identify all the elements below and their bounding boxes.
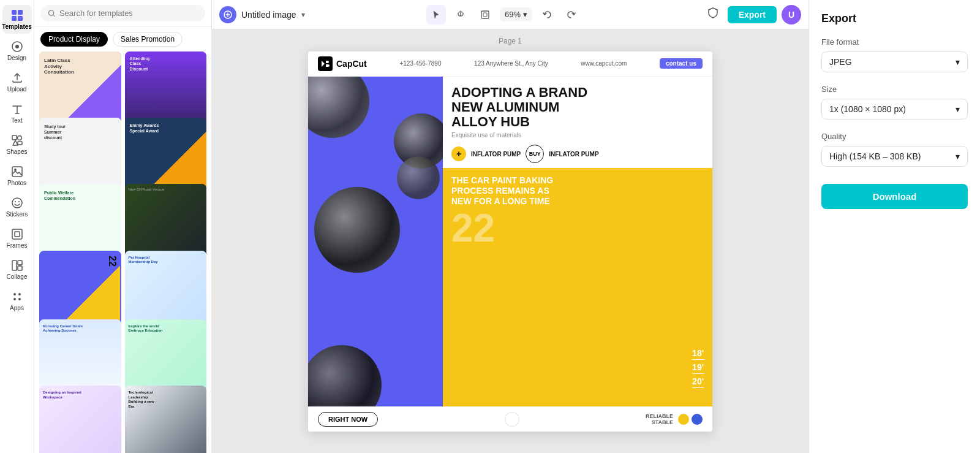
svg-rect-18 [18, 266, 22, 270]
file-format-label: File format [821, 37, 968, 47]
file-format-select[interactable]: JPEG ▾ [821, 51, 968, 72]
topbar: Untitled image ▾ 69% [212, 0, 809, 29]
svg-point-20 [18, 293, 21, 295]
canvas-content: CapCut +123-456-7890 123 Anywhere St., A… [308, 51, 712, 432]
design-header: CapCut +123-456-7890 123 Anywhere St., A… [308, 51, 712, 77]
photos-icon [10, 165, 24, 178]
sidebar-item-label: Frames [7, 242, 28, 249]
svg-rect-16 [12, 261, 17, 270]
reliable-section: RELIABLE STABLE [646, 413, 703, 425]
size-20: 20' [692, 376, 704, 388]
svg-rect-15 [15, 232, 20, 237]
wheel-bottom [308, 345, 382, 406]
sidebar-item-text[interactable]: Text [2, 99, 32, 128]
topbar-right: Export U [703, 5, 801, 25]
sidebar-item-design[interactable]: Design [2, 36, 32, 65]
svg-rect-25 [481, 11, 489, 18]
sidebar-item-label: Shapes [7, 148, 28, 155]
full-strength-label: FULL STRENGTH [439, 77, 443, 406]
sidebar-item-label: Text [11, 117, 22, 124]
sidebar-item-shapes[interactable]: Shapes [2, 130, 32, 159]
select-tool-button[interactable] [426, 5, 446, 25]
export-title: Export [821, 12, 968, 25]
redo-button[interactable] [562, 5, 581, 25]
frames-icon [10, 227, 24, 241]
file-format-field: File format JPEG ▾ [821, 37, 968, 72]
canvas-area: Page 1 CapCut +123-456-7890 123 Anywhere… [212, 29, 809, 453]
sidebar-item-templates[interactable]: Templates [2, 5, 32, 34]
plus-icon: + [451, 147, 466, 161]
quality-value: High (154 KB – 308 KB) [829, 151, 921, 161]
sidebar-item-frames[interactable]: Frames [2, 224, 32, 253]
size-list: 18' 19' 20' [692, 348, 704, 388]
doc-icon [219, 6, 236, 23]
contact-button[interactable]: contact us [660, 58, 703, 69]
templates-panel: Product Display Sales Promotion Latin Cl… [34, 0, 212, 453]
wheel-center [314, 187, 400, 273]
paint-title: THE CAR PAINT BAKING PROCESS REMAINS AS … [451, 175, 704, 206]
quality-field: Quality High (154 KB – 308 KB) ▾ [821, 132, 968, 167]
svg-point-12 [15, 201, 16, 202]
svg-rect-0 [12, 10, 17, 15]
svg-rect-27 [318, 56, 333, 71]
export-button[interactable]: Export [728, 6, 777, 23]
sidebar-item-label: Design [7, 55, 26, 61]
search-input[interactable] [59, 9, 198, 18]
svg-rect-3 [18, 16, 23, 21]
design-footer: RIGHT NOW RELIABLE STABLE [308, 406, 712, 432]
hand-tool-button[interactable] [451, 5, 470, 25]
sidebar: Templates Design Upload Text [0, 0, 34, 453]
svg-rect-8 [18, 142, 22, 145]
quality-label: Quality [821, 132, 968, 141]
dot-yellow [678, 414, 689, 425]
search-box[interactable] [40, 5, 205, 21]
doc-title-chevron[interactable]: ▾ [301, 10, 305, 19]
sidebar-item-collage[interactable]: Collage [2, 255, 32, 284]
right-now-button[interactable]: RIGHT NOW [318, 412, 378, 427]
file-format-value: JPEG [829, 57, 852, 67]
topbar-left: Untitled image ▾ [219, 6, 305, 23]
zoom-chevron-icon: ▾ [523, 10, 527, 19]
undo-button[interactable] [537, 5, 557, 25]
size-select[interactable]: 1x (1080 × 1080 px) ▾ [821, 99, 968, 120]
filter-tab-product-display[interactable]: Product Display [40, 32, 108, 47]
svg-point-21 [13, 298, 16, 300]
address: 123 Anywhere St., Any City [474, 60, 548, 67]
design-left: FULL STRENGTH [308, 77, 443, 406]
svg-rect-14 [12, 229, 22, 239]
svg-point-5 [15, 45, 19, 48]
sidebar-item-stickers[interactable]: Stickers [2, 192, 32, 221]
circle-button[interactable] [505, 412, 519, 427]
size-19: 19' [692, 362, 704, 374]
sidebar-item-apps[interactable]: Apps [2, 286, 32, 315]
templates-icon [10, 9, 24, 22]
quality-select[interactable]: High (154 KB – 308 KB) ▾ [821, 146, 968, 167]
wheel-top-left [308, 77, 369, 138]
svg-rect-1 [18, 10, 23, 15]
template-thumb-12[interactable]: TechnologicalLeadershipBuilding a newEra [125, 386, 207, 453]
download-button[interactable]: Download [821, 184, 968, 209]
frame-tool-button[interactable] [475, 5, 495, 25]
product-row: + INFLATOR PUMP BUY INFLATOR PUMP [451, 145, 704, 163]
capcut-logo-text: CapCut [336, 59, 367, 69]
size-value: 1x (1080 × 1080 px) [829, 104, 906, 114]
capcut-logo: CapCut [318, 56, 367, 71]
zoom-value: 69% [505, 10, 521, 19]
phone-number: +123-456-7890 [399, 60, 441, 67]
svg-point-11 [12, 198, 22, 208]
shield-button[interactable] [703, 5, 723, 25]
zoom-control[interactable]: 69% ▾ [500, 7, 532, 21]
sidebar-item-photos[interactable]: Photos [2, 161, 32, 190]
sidebar-item-label: Templates [2, 23, 32, 30]
buy-button[interactable]: BUY [526, 145, 544, 163]
svg-rect-26 [483, 13, 487, 17]
template-thumb-11[interactable]: Designing an InspiredWorkspace Finding S… [39, 386, 121, 453]
svg-rect-9 [12, 167, 22, 177]
filter-tab-sales-promotion[interactable]: Sales Promotion [113, 32, 183, 47]
sidebar-item-upload[interactable]: Upload [2, 67, 32, 96]
sidebar-item-label: Apps [10, 305, 24, 311]
main-area: Untitled image ▾ 69% [212, 0, 809, 453]
page-label: Page 1 [499, 37, 522, 45]
upload-icon [10, 71, 24, 85]
design-icon [10, 40, 24, 53]
